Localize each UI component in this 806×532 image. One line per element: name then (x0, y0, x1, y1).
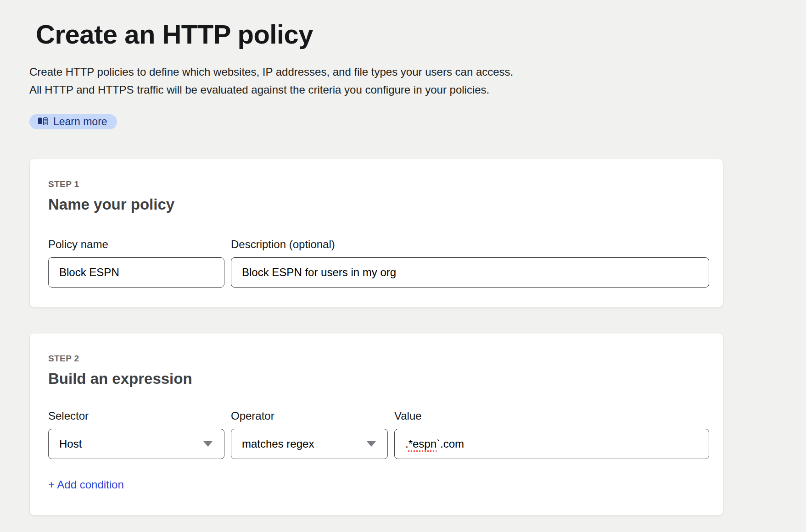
step2-fields-row: Selector Host Operator matches regex Val… (48, 410, 709, 459)
description-field-group: Description (optional) (231, 238, 709, 288)
learn-more-label: Learn more (53, 116, 107, 128)
learn-more-button[interactable]: Learn more (29, 114, 117, 129)
operator-field-group: Operator matches regex (231, 410, 388, 459)
value-text-after: `.com (437, 438, 464, 450)
chevron-down-icon (203, 441, 213, 447)
operator-value: matches regex (242, 438, 314, 450)
selector-value: Host (59, 438, 82, 450)
step1-heading: Name your policy (48, 196, 709, 213)
step2-card: STEP 2 Build an expression Selector Host… (29, 333, 723, 515)
value-field-group: Value .*espn`.com (394, 410, 709, 459)
policy-name-input[interactable] (48, 257, 224, 288)
operator-label: Operator (231, 410, 388, 422)
description-label: Description (optional) (231, 238, 709, 251)
open-book-icon (37, 116, 48, 127)
page-description-line-2: All HTTP and HTTPS traffic will be evalu… (29, 81, 777, 99)
page-description-line-1: Create HTTP policies to define which web… (29, 63, 777, 81)
operator-dropdown[interactable]: matches regex (231, 429, 388, 459)
step1-fields-row: Policy name Description (optional) (48, 238, 709, 288)
selector-label: Selector (48, 410, 224, 422)
step2-label: STEP 2 (48, 354, 709, 364)
selector-dropdown[interactable]: Host (48, 429, 224, 459)
value-input[interactable]: .*espn`.com (394, 429, 709, 459)
value-text-before: . (405, 438, 409, 450)
chevron-down-icon (367, 441, 376, 447)
value-text-misspelled: *espn (409, 438, 437, 450)
page-description: Create HTTP policies to define which web… (29, 63, 777, 99)
page-title: Create an HTTP policy (36, 19, 777, 50)
http-policy-page: Create an HTTP policy Create HTTP polici… (0, 0, 806, 515)
description-input[interactable] (231, 257, 709, 288)
value-label: Value (394, 410, 709, 422)
selector-field-group: Selector Host (48, 410, 224, 459)
step1-card: STEP 1 Name your policy Policy name Desc… (29, 159, 723, 307)
step1-label: STEP 1 (48, 179, 709, 189)
add-condition-link[interactable]: + Add condition (48, 478, 124, 491)
policy-name-label: Policy name (48, 238, 224, 251)
policy-name-field-group: Policy name (48, 238, 224, 288)
step2-heading: Build an expression (48, 370, 709, 388)
